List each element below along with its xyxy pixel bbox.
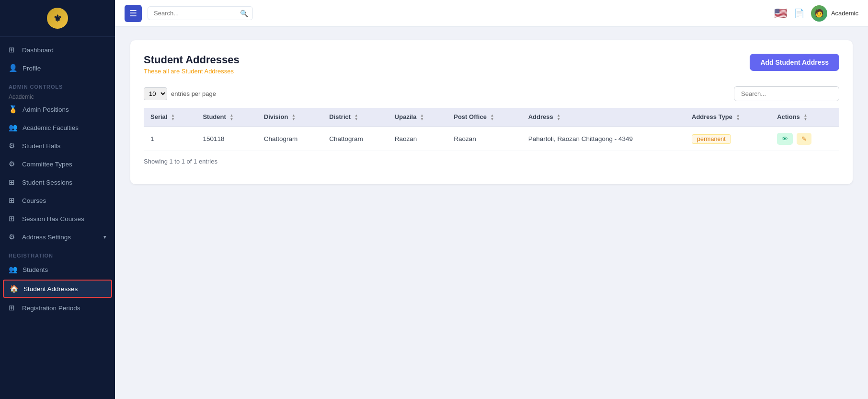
profile-icon: 👤 [9,64,18,72]
col-upazila[interactable]: Upazila ▲▼ [388,108,447,127]
cell-student: 150118 [196,127,257,151]
halls-icon: ⚙ [9,141,17,150]
sort-arrows-upazila: ▲▼ [420,114,424,121]
status-badge: permanent [692,134,731,144]
sidebar-item-label: Address Settings [22,234,71,241]
sidebar-item-label: Profile [23,65,41,72]
page-header: Student Addresses These all are Student … [144,54,839,75]
students-icon: 👥 [9,265,18,274]
sort-arrows-actions: ▲▼ [803,114,807,121]
sort-arrows-division: ▲▼ [292,114,296,121]
user-avatar-wrap: 🧑 Academic [811,5,858,22]
sidebar-item-label: Student Halls [22,142,60,150]
cell-address-type: permanent [685,127,770,151]
table-search-input[interactable] [734,86,839,101]
sort-arrows-address: ▲▼ [557,114,560,121]
col-serial[interactable]: Serial ▲▼ [144,108,196,127]
sort-arrows-student: ▲▼ [229,114,233,121]
address-settings-icon: ⚙ [9,233,17,241]
admin-controls-section: Admin Controls [0,77,115,92]
sidebar-logo: ⚜ [0,0,115,37]
sidebar-item-committee-types[interactable]: ⚙ Committee Types [0,155,115,173]
sidebar-item-session-has-courses[interactable]: ⊞ Session Has Courses [0,210,115,228]
faculties-icon: 👥 [9,123,18,132]
edit-button[interactable]: ✎ [797,133,811,145]
sidebar-item-dashboard[interactable]: ⊞ Dashboard [0,41,115,59]
table-header-row: Serial ▲▼ Student ▲▼ Division ▲▼ Distr [144,108,839,127]
sidebar-item-students[interactable]: 👥 Students [0,260,115,279]
table-controls: 10 25 50 entries per page [144,86,839,101]
sort-arrows-post-office: ▲▼ [490,114,494,121]
cell-division: Chattogram [257,127,323,151]
topbar-search-icon: 🔍 [240,10,248,17]
sidebar-item-registration-periods[interactable]: ⊞ Registration Periods [0,299,115,317]
topbar-right: 🇺🇸 📄 🧑 Academic [774,5,858,22]
sidebar-item-label: Committee Types [22,161,72,168]
chevron-down-icon: ▾ [103,234,106,240]
registration-periods-icon: ⊞ [9,304,17,312]
cell-post-office: Raozan [447,127,521,151]
session-courses-icon: ⊞ [9,214,17,223]
entries-control: 10 25 50 entries per page [144,87,216,100]
col-district[interactable]: District ▲▼ [322,108,388,127]
menu-toggle-button[interactable]: ☰ [125,5,142,22]
sidebar-item-label: Academic Faculties [23,124,79,131]
col-student[interactable]: Student ▲▼ [196,108,257,127]
table-body: 1 150118 Chattogram Chattogram Raozan Ra… [144,127,839,151]
col-address[interactable]: Address ▲▼ [522,108,685,127]
topbar: ☰ 🔍 🇺🇸 📄 🧑 Academic [115,0,868,27]
sidebar-item-label: Student Sessions [22,179,72,186]
sidebar-item-academic: Academic [0,92,115,100]
registration-section-label: Registration [0,246,115,260]
sessions-icon: ⊞ [9,178,17,187]
student-addresses-icon: 🏠 [10,284,19,293]
logo-emblem: ⚜ [47,8,68,29]
committee-icon: ⚙ [9,160,17,168]
sidebar-item-label: Student Addresses [23,285,78,293]
sidebar-item-student-halls[interactable]: ⚙ Student Halls [0,137,115,155]
sidebar-item-label: Dashboard [22,47,54,54]
entries-label: entries per page [171,90,216,97]
table-row: 1 150118 Chattogram Chattogram Raozan Ra… [144,127,839,151]
admin-positions-icon: 🏅 [9,105,18,114]
data-table: Serial ▲▼ Student ▲▼ Division ▲▼ Distr [144,108,839,151]
sidebar-item-label: Registration Periods [22,305,80,312]
sidebar-item-label: Students [23,266,48,273]
main-wrapper: ☰ 🔍 🇺🇸 📄 🧑 Academic Student Addresses Th… [115,0,868,399]
content-area: Student Addresses These all are Student … [115,27,868,399]
topbar-search-input[interactable] [148,6,253,20]
cell-district: Chattogram [322,127,388,151]
entries-per-page-select[interactable]: 10 25 50 [144,87,167,100]
add-student-address-button[interactable]: Add Student Address [750,54,839,71]
page-card: Student Addresses These all are Student … [130,40,853,184]
sidebar-item-address-settings[interactable]: ⚙ Address Settings ▾ [0,228,115,246]
col-actions[interactable]: Actions ▲▼ [770,108,839,127]
sidebar-item-profile[interactable]: 👤 Profile [0,59,115,77]
view-button[interactable]: 👁 [777,133,793,145]
sidebar-item-label: Courses [22,197,46,204]
cell-upazila: Raozan [388,127,447,151]
page-subtitle: These all are Student Addresses [144,68,240,75]
sidebar-nav: ⊞ Dashboard 👤 Profile Admin Controls Aca… [0,37,115,399]
sidebar-item-academic-faculties[interactable]: 👥 Academic Faculties [0,118,115,137]
page-title-block: Student Addresses These all are Student … [144,54,240,75]
flag-us-icon: 🇺🇸 [774,7,787,20]
sidebar: ⚜ ⊞ Dashboard 👤 Profile Admin Controls A… [0,0,115,399]
sidebar-item-student-sessions[interactable]: ⊞ Student Sessions [0,173,115,191]
courses-icon: ⊞ [9,196,17,205]
document-icon: 📄 [794,8,804,19]
table-footer: Showing 1 to 1 of 1 entries [144,158,839,165]
sidebar-item-label: Session Has Courses [22,215,84,223]
col-address-type[interactable]: Address Type ▲▼ [685,108,770,127]
sort-arrows-serial: ▲▼ [171,114,175,121]
cell-address: Pahartoli, Raozan Chittagong - 4349 [522,127,685,151]
sidebar-item-admin-positions[interactable]: 🏅 Admin Positions [0,100,115,118]
sidebar-item-student-addresses[interactable]: 🏠 Student Addresses [3,280,112,298]
sidebar-item-courses[interactable]: ⊞ Courses [0,191,115,210]
col-division[interactable]: Division ▲▼ [257,108,323,127]
col-post-office[interactable]: Post Office ▲▼ [447,108,521,127]
sidebar-item-label: Admin Positions [23,106,69,113]
user-name-label: Academic [831,10,858,17]
sort-arrows-address-type: ▲▼ [736,114,740,121]
cell-actions: 👁 ✎ [770,127,839,151]
